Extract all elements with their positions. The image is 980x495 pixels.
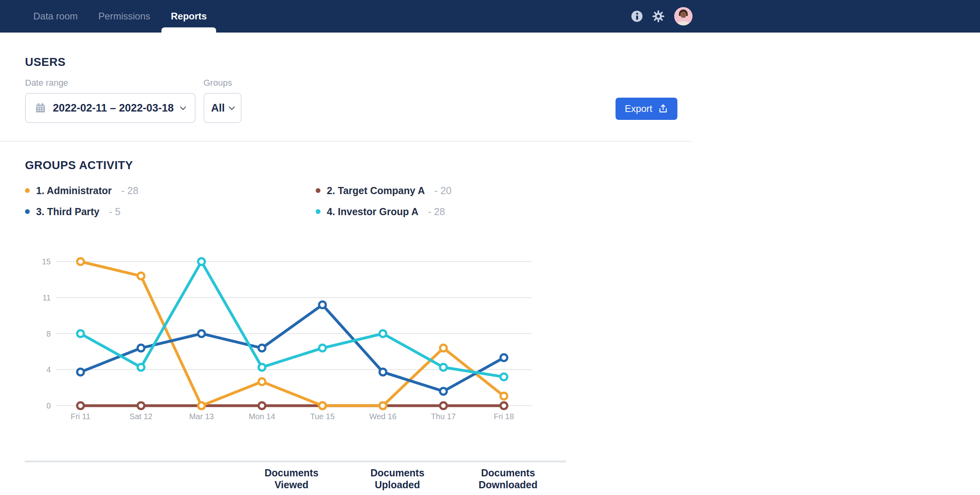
legend-value: - 28 — [121, 185, 138, 196]
svg-text:11: 11 — [42, 293, 51, 302]
svg-text:4: 4 — [46, 365, 51, 374]
date-range-dropdown[interactable]: 2022-02-11 – 2022-03-18 — [25, 93, 196, 123]
legend-value: - 28 — [428, 206, 445, 218]
legend-label: 1. Administrator — [36, 185, 112, 196]
column-header-line: Documents — [453, 467, 564, 479]
nav-actions — [631, 0, 692, 33]
section-divider — [0, 141, 691, 142]
groups-dropdown[interactable]: All — [203, 93, 242, 123]
legend-item-third-party: 3. Third Party - 5 — [25, 205, 316, 218]
column-header-line: Documents — [236, 467, 347, 479]
groups-activity-chart: 0481115Fri 11Sat 12Mar 13Mon 14Tue 15Wed… — [24, 249, 567, 434]
legend-item-target-company-a: 2. Target Company A - 20 — [316, 184, 451, 197]
info-icon — [631, 11, 642, 22]
info-button[interactable] — [631, 11, 642, 22]
legend-item-administrator: 1. Administrator - 28 — [25, 184, 316, 197]
legend-item-investor-group-a: 4. Investor Group A - 28 — [316, 205, 451, 218]
legend-label: 3. Third Party — [36, 206, 100, 218]
settings-button[interactable] — [652, 10, 665, 23]
svg-text:Mar 13: Mar 13 — [189, 412, 214, 421]
tab-data-room[interactable]: Data room — [23, 0, 88, 33]
tab-reports[interactable]: Reports — [161, 0, 217, 33]
legend-value: - 5 — [109, 206, 121, 218]
tab-permissions[interactable]: Permissions — [88, 0, 161, 33]
column-header-line: Viewed — [236, 479, 347, 491]
svg-text:Tue 15: Tue 15 — [310, 412, 335, 421]
series-marker-icon — [25, 209, 30, 214]
column-header-documents-downloaded: Documents Downloaded — [453, 467, 564, 491]
svg-text:0: 0 — [46, 401, 51, 410]
date-range-label: Date range — [25, 78, 68, 88]
date-range-value: 2022-02-11 – 2022-03-18 — [53, 102, 174, 114]
top-nav: Data room Permissions Reports — [0, 0, 980, 33]
svg-text:Sat 12: Sat 12 — [130, 412, 153, 421]
nav-tabs: Data room Permissions Reports — [23, 0, 217, 33]
gear-icon — [652, 10, 665, 23]
user-avatar[interactable] — [674, 7, 692, 25]
column-header-line: Uploaded — [342, 479, 453, 491]
export-upload-icon — [658, 104, 668, 114]
groups-value: All — [211, 102, 225, 114]
svg-text:Thu 17: Thu 17 — [431, 412, 456, 421]
export-label: Export — [625, 103, 652, 114]
legend-label: 4. Investor Group A — [327, 206, 418, 218]
groups-label: Groups — [203, 78, 232, 88]
series-marker-icon — [316, 188, 320, 193]
column-header-documents-uploaded: Documents Uploaded — [342, 467, 453, 491]
export-button[interactable]: Export — [616, 98, 677, 120]
column-header-line: Documents — [342, 467, 453, 479]
series-marker-icon — [25, 188, 30, 193]
table-divider — [25, 460, 566, 462]
svg-text:8: 8 — [46, 329, 51, 338]
chart-legend: 1. Administrator - 28 2. Target Company … — [25, 184, 451, 218]
calendar-icon — [35, 102, 46, 114]
svg-text:Fri 18: Fri 18 — [494, 412, 514, 421]
legend-value: - 20 — [434, 185, 451, 196]
svg-text:Mon 14: Mon 14 — [249, 412, 275, 421]
chevron-down-icon — [228, 104, 235, 110]
svg-text:15: 15 — [42, 257, 51, 266]
users-section-title: USERS — [25, 56, 65, 69]
legend-label: 2. Target Company A — [327, 185, 425, 196]
groups-activity-title: GROUPS ACTIVITY — [25, 159, 133, 172]
avatar-photo — [674, 7, 692, 25]
column-header-documents-viewed: Documents Viewed — [236, 467, 347, 491]
svg-text:Fri 11: Fri 11 — [71, 412, 90, 421]
svg-text:Wed 16: Wed 16 — [369, 412, 397, 421]
column-header-line: Downloaded — [453, 479, 564, 491]
chevron-down-icon — [180, 104, 186, 110]
series-marker-icon — [316, 209, 320, 214]
